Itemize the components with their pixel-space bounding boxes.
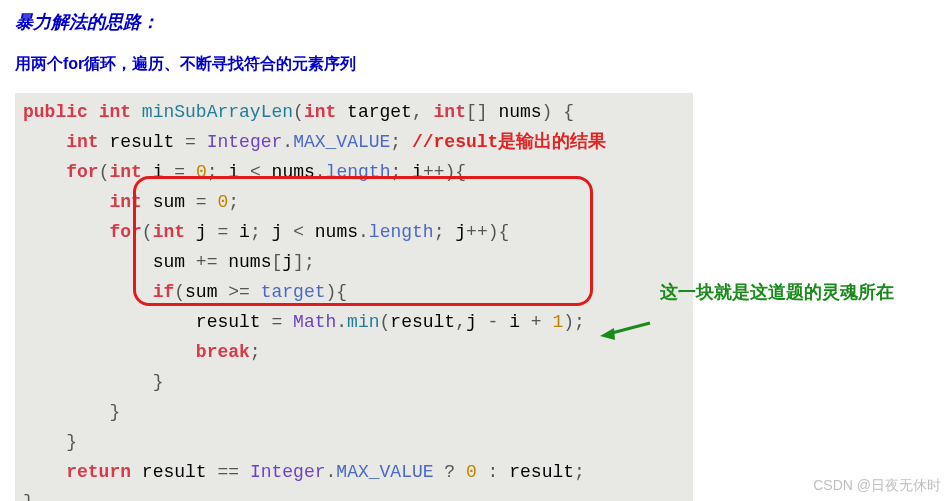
arrow-icon [600,318,655,340]
code-line-8: result = Math.min(result,j - i + 1); [15,307,693,337]
var-result: result [109,132,174,152]
var-i: i [228,162,239,182]
annotation-text: 这一块就是这道题的灵魂所在 [660,280,894,304]
class-integer: Integer [250,462,326,482]
method-name: minSubArrayLen [142,102,293,122]
num-zero: 0 [466,462,477,482]
num-zero: 0 [196,162,207,182]
type-int: int [434,102,466,122]
var-nums: nums [228,252,271,272]
type-int: int [109,192,141,212]
var-nums: nums [315,222,358,242]
keyword-public: public [23,102,88,122]
type-int: int [99,102,131,122]
var-nums: nums [272,162,315,182]
var-j: j [282,252,293,272]
type-int: int [66,132,98,152]
keyword-for: for [66,162,98,182]
param-target: target [347,102,412,122]
prop-length: length [326,162,391,182]
num-one: 1 [552,312,563,332]
var-i: i [412,162,423,182]
var-sum: sum [153,252,185,272]
code-block: public int minSubArrayLen(int target, in… [15,93,693,501]
keyword-break: break [196,342,250,362]
watermark-text: CSDN @日夜无休时 [813,477,941,495]
keyword-return: return [66,462,131,482]
var-result: result [142,462,207,482]
prop-length: length [369,222,434,242]
code-line-6: sum += nums[j]; [15,247,693,277]
code-line-4: int sum = 0; [15,187,693,217]
keyword-for: for [109,222,141,242]
num-zero: 0 [217,192,228,212]
var-i: i [153,162,164,182]
prop-max-value: MAX_VALUE [293,132,390,152]
svg-marker-1 [600,328,615,340]
code-line-2: int result = Integer.MAX_VALUE; //result… [15,127,693,157]
param-nums: nums [498,102,541,122]
prop-max-value: MAX_VALUE [336,462,433,482]
code-line-7: if(sum >= target){ [15,277,693,307]
var-sum: sum [153,192,185,212]
section-subtitle: 用两个for循环，遍历、不断寻找符合的元素序列 [15,54,936,75]
var-target: target [261,282,326,302]
var-j: j [272,222,283,242]
code-line-12: } [15,427,693,457]
var-j: j [455,222,466,242]
code-line-1: public int minSubArrayLen(int target, in… [15,97,693,127]
class-math: Math [293,312,336,332]
var-result: result [390,312,455,332]
var-result: result [196,312,261,332]
code-line-9: break; [15,337,693,367]
type-int: int [304,102,336,122]
section-title: 暴力解法的思路： [15,10,936,34]
var-result: result [509,462,574,482]
code-line-14: } [15,487,693,501]
keyword-if: if [153,282,175,302]
var-i: i [509,312,520,332]
var-j: j [466,312,477,332]
code-line-5: for(int j = i; j < nums.length; j++){ [15,217,693,247]
code-line-10: } [15,367,693,397]
type-int: int [153,222,185,242]
var-i: i [239,222,250,242]
class-integer: Integer [207,132,283,152]
code-line-3: for(int i = 0; i < nums.length; i++){ [15,157,693,187]
code-line-13: return result == Integer.MAX_VALUE ? 0 :… [15,457,693,487]
method-min: min [347,312,379,332]
type-int: int [109,162,141,182]
comment-result: //result是输出的结果 [412,132,606,152]
var-j: j [196,222,207,242]
code-line-11: } [15,397,693,427]
var-sum: sum [185,282,217,302]
